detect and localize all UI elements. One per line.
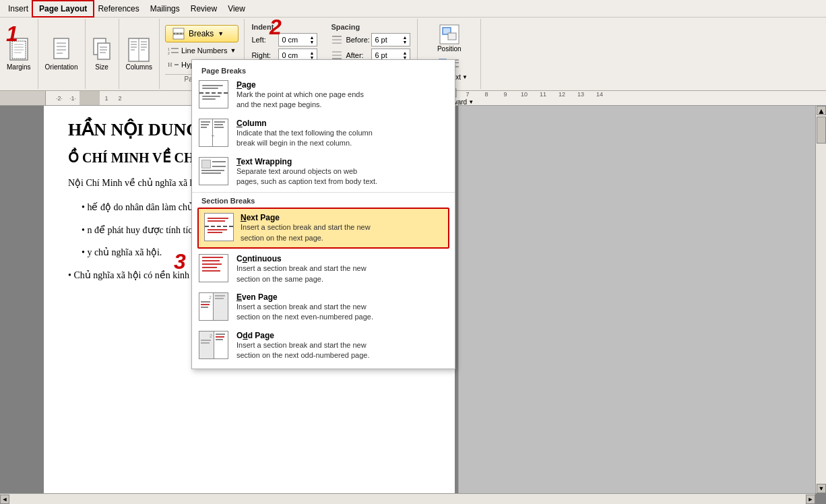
orientation-icon bbox=[51, 38, 72, 62]
before-spacing-input[interactable]: 6 pt ▲ ▼ bbox=[371, 33, 410, 46]
columns-label: Columns bbox=[126, 63, 152, 71]
section-breaks-title: Section Breaks bbox=[192, 194, 455, 206]
ribbon-group-orientation: Orientation bbox=[38, 19, 86, 89]
next-page-title: Next Page bbox=[241, 213, 371, 222]
size-button[interactable]: Size bbox=[90, 22, 114, 86]
odd-page-desc: Insert a section break and start the new… bbox=[236, 340, 370, 361]
step-3-badge: 3 bbox=[174, 249, 186, 274]
odd-page-icon: 2 bbox=[199, 331, 228, 359]
dropdown-item-next-page[interactable]: Next Page Insert a section break and sta… bbox=[197, 208, 449, 249]
continuous-title: Continuous bbox=[236, 254, 367, 263]
page-item-desc: Mark the point at which one page endsand… bbox=[236, 90, 364, 111]
menu-insert[interactable]: Insert bbox=[3, 2, 34, 15]
even-page-icon: 2 bbox=[199, 292, 228, 321]
position-label: Position bbox=[437, 45, 462, 53]
continuous-desc: Insert a section break and start the new… bbox=[236, 263, 367, 284]
after-spacing-icon bbox=[331, 51, 343, 60]
left-indent-input[interactable]: 0 cm ▲ ▼ bbox=[278, 33, 317, 46]
next-page-icon bbox=[204, 213, 234, 241]
position-icon bbox=[439, 24, 460, 45]
orientation-label: Orientation bbox=[45, 63, 78, 71]
after-label: After: bbox=[346, 51, 369, 59]
svg-rect-29 bbox=[173, 28, 184, 33]
continuous-icon bbox=[199, 254, 228, 282]
svg-rect-31 bbox=[173, 34, 184, 39]
breaks-icon bbox=[172, 28, 185, 40]
dropdown-item-page[interactable]: Page Mark the point at which one page en… bbox=[192, 76, 455, 115]
column-item-desc: Indicate that the text following the col… bbox=[236, 128, 373, 149]
page-break-icon bbox=[199, 80, 228, 108]
svg-rect-9 bbox=[54, 38, 69, 59]
breaks-dropdown-arrow: ▼ bbox=[218, 30, 224, 37]
dropdown-item-even-page[interactable]: 2 Even Page Insert a section break and s… bbox=[192, 288, 455, 327]
dropdown-item-odd-page[interactable]: 2 Odd Page Insert a section break and st… bbox=[192, 327, 455, 365]
columns-icon bbox=[128, 38, 150, 62]
svg-text:2: 2 bbox=[168, 51, 170, 55]
menu-review[interactable]: Review bbox=[185, 2, 222, 15]
next-page-desc: Insert a section break and start the new… bbox=[241, 222, 371, 243]
svg-text:H: H bbox=[168, 61, 172, 68]
spacing-label: Spacing bbox=[331, 23, 410, 31]
svg-rect-46 bbox=[448, 33, 456, 40]
ribbon-group-columns: Columns bbox=[119, 19, 160, 89]
breaks-button[interactable]: Breaks ▼ bbox=[165, 25, 239, 42]
right-up-arrow[interactable]: ▲ bbox=[309, 51, 314, 55]
dropdown-item-column[interactable]: → Column Indicate that the text followin… bbox=[192, 115, 455, 153]
line-numbers-icon: 1 2 bbox=[168, 46, 179, 55]
left-down-arrow[interactable]: ▼ bbox=[309, 40, 314, 44]
before-label: Before: bbox=[346, 36, 369, 44]
right-label: Right: bbox=[251, 51, 276, 59]
before-down-arrow[interactable]: ▼ bbox=[402, 40, 407, 44]
dropdown-item-text-wrapping[interactable]: Text Wrapping Separate text around objec… bbox=[192, 153, 455, 191]
hyphenation-icon: H bbox=[168, 60, 179, 69]
vertical-scrollbar[interactable]: ▲ ▼ bbox=[815, 106, 826, 493]
document-right-overflow bbox=[458, 106, 815, 493]
column-break-icon: → bbox=[199, 119, 228, 147]
column-item-title: Column bbox=[236, 119, 373, 128]
columns-button[interactable]: Columns bbox=[123, 22, 155, 86]
before-up-arrow[interactable]: ▲ bbox=[402, 35, 407, 40]
horizontal-scrollbar[interactable]: ◄ ► bbox=[0, 493, 815, 504]
menu-references[interactable]: References bbox=[92, 2, 144, 15]
odd-page-title: Odd Page bbox=[236, 331, 370, 340]
orientation-button[interactable]: Orientation bbox=[42, 22, 81, 86]
page-item-title: Page bbox=[236, 80, 364, 90]
text-wrapping-title: Text Wrapping bbox=[236, 157, 377, 166]
position-button[interactable]: Position bbox=[435, 22, 464, 55]
size-icon bbox=[92, 38, 111, 62]
ribbon-group-size: Size bbox=[86, 19, 119, 89]
left-up-arrow[interactable]: ▲ bbox=[309, 35, 314, 40]
menu-mailings[interactable]: Mailings bbox=[145, 2, 185, 15]
dropdown-item-continuous[interactable]: Continuous Insert a section break and st… bbox=[192, 250, 455, 288]
page-breaks-title: Page Breaks bbox=[192, 64, 455, 76]
breaks-label: Breaks bbox=[189, 29, 214, 38]
margins-label: Margins bbox=[7, 63, 31, 71]
menu-page-layout[interactable]: Page Layout bbox=[34, 2, 92, 15]
even-page-title: Even Page bbox=[236, 292, 373, 302]
svg-rect-15 bbox=[98, 43, 110, 59]
line-numbers-button[interactable]: 1 2 Line Numbers ▼ bbox=[165, 44, 239, 57]
indent-label: Indent bbox=[251, 23, 317, 31]
menu-view[interactable]: View bbox=[222, 2, 251, 15]
text-wrapping-icon bbox=[199, 157, 228, 185]
even-page-desc: Insert a section break and start the new… bbox=[236, 302, 373, 323]
before-spacing-icon bbox=[331, 35, 343, 44]
breaks-dropdown: Page Breaks Page Mark the point at which… bbox=[191, 59, 455, 369]
text-wrapping-desc: Separate text around objects on webpages… bbox=[236, 166, 377, 187]
size-label: Size bbox=[95, 63, 108, 71]
step-1-badge: 1 bbox=[6, 22, 18, 46]
step-2-badge: 2 bbox=[269, 15, 282, 40]
after-up-arrow[interactable]: ▲ bbox=[402, 51, 407, 55]
